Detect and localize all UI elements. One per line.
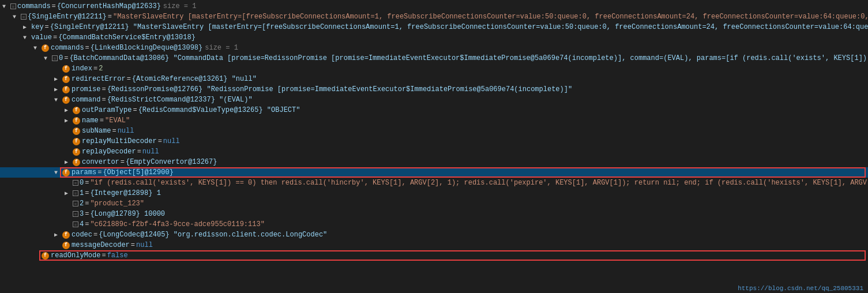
- size-info: size = 1: [163, 2, 197, 10]
- map-entry-icon: =: [73, 221, 78, 227]
- key-name: 0: [80, 179, 84, 187]
- field-icon: f: [73, 148, 80, 156]
- red-highlight-box: [60, 167, 866, 178]
- tree-row[interactable]: foutParamType = {RedisCommand$ValueType@…: [0, 105, 868, 115]
- tree-container: =commands = {ConcurrentHashMap@12633} si…: [0, 0, 868, 262]
- equals-sign: =: [102, 251, 106, 260]
- key-name: subName: [82, 127, 111, 135]
- equals-sign: =: [131, 241, 135, 249]
- value-text: {ConcurrentHashMap@12633}: [57, 2, 161, 10]
- value-text: {CommandBatchService$Entry@13018}: [58, 33, 196, 42]
- tree-row[interactable]: fconvertor = {EmptyConvertor@13267}: [0, 157, 868, 167]
- tree-row[interactable]: =2 = "product_123": [0, 198, 868, 209]
- tree-row[interactable]: fsubName = null: [0, 126, 868, 136]
- toggle-arrow[interactable]: [2, 3, 10, 10]
- toggle-arrow[interactable]: [65, 107, 73, 114]
- key-name: {SingleEntry@12211}: [28, 13, 107, 21]
- toggle-arrow[interactable]: [54, 170, 62, 176]
- tree-row[interactable]: =0 = {BatchCommandData@13086} "CommandDa…: [0, 53, 868, 63]
- field-icon: f: [42, 44, 49, 52]
- equals-sign: =: [108, 13, 112, 21]
- tree-row[interactable]: fname = "EVAL": [0, 115, 868, 126]
- equals-sign: =: [85, 210, 89, 218]
- equals-sign: =: [93, 65, 97, 73]
- tree-row[interactable]: fredirectError = {AtomicReference@13261}…: [0, 74, 868, 84]
- toggle-arrow[interactable]: [54, 86, 62, 93]
- tree-row[interactable]: fparams = {Object[5]@12900}: [0, 167, 868, 178]
- key-name: 4: [80, 220, 84, 228]
- value-text: {Long@12789} 10000: [90, 210, 165, 218]
- value-text: {RedisCommand$ValueType@13265} "OBJECT": [138, 106, 300, 114]
- map-entry-icon: =: [73, 190, 78, 196]
- debug-panel: =commands = {ConcurrentHashMap@12633} si…: [0, 0, 868, 293]
- field-icon: f: [62, 76, 70, 83]
- key-name: replayMultiDecoder: [82, 137, 157, 145]
- toggle-arrow[interactable]: [65, 159, 73, 166]
- toggle-arrow[interactable]: [13, 14, 21, 20]
- tree-row[interactable]: =1 = {Integer@12898} 1: [0, 188, 868, 198]
- value-text: {SingleEntry@12211} "MasterSlaveEntry [m…: [50, 23, 868, 31]
- field-icon: f: [42, 252, 49, 260]
- toggle-arrow[interactable]: [44, 55, 52, 62]
- toggle-arrow[interactable]: [23, 35, 31, 41]
- value-text: null: [163, 137, 180, 145]
- tree-row[interactable]: freplayDecoder = null: [0, 146, 868, 157]
- key-name: redirectError: [72, 75, 126, 83]
- value-text: "if (redis.call('exists', KEYS[1]) == 0)…: [90, 179, 868, 187]
- key-name: index: [72, 65, 92, 73]
- tree-row[interactable]: =commands = {ConcurrentHashMap@12633} si…: [0, 1, 868, 12]
- tree-row[interactable]: fmessageDecoder = null: [0, 240, 868, 250]
- equals-sign: =: [52, 2, 56, 10]
- value-text: {RedisStrictCommand@12337} "(EVAL)": [107, 96, 253, 104]
- equals-sign: =: [64, 54, 68, 62]
- toggle-arrow[interactable]: [65, 117, 73, 124]
- tree-row[interactable]: fpromise = {RedissonPromise@12766} "Redi…: [0, 84, 868, 95]
- value-text: {LongCodec@12405} "org.redisson.client.c…: [99, 231, 327, 239]
- map-entry-icon: =: [73, 211, 78, 217]
- tree-row[interactable]: key = {SingleEntry@12211} "MasterSlaveEn…: [0, 22, 868, 32]
- tree-row[interactable]: fcommand = {RedisStrictCommand@12337} "(…: [0, 95, 868, 105]
- key-name: 3: [80, 210, 84, 218]
- tree-row[interactable]: value = {CommandBatchService$Entry@13018…: [0, 32, 868, 43]
- value-text: {LinkedBlockingDeque@13098}: [91, 44, 202, 52]
- tree-row[interactable]: =0 = "if (redis.call('exists', KEYS[1]) …: [0, 178, 868, 188]
- field-icon: f: [73, 107, 80, 114]
- value-text: {BatchCommandData@13086} "CommandData [p…: [69, 54, 868, 62]
- field-icon: f: [62, 86, 70, 93]
- field-icon: f: [73, 127, 80, 135]
- toggle-arrow[interactable]: [65, 190, 73, 197]
- toggle-arrow[interactable]: [23, 24, 31, 31]
- value-text: {Integer@12898} 1: [90, 189, 160, 197]
- value-text: null: [118, 127, 134, 135]
- tree-row[interactable]: ={SingleEntry@12211} = "MasterSlaveEntry…: [0, 12, 868, 22]
- toggle-arrow[interactable]: [54, 231, 62, 238]
- tree-row[interactable]: findex = 2: [0, 63, 868, 74]
- tree-row[interactable]: =3 = {Long@12789} 10000: [0, 209, 868, 219]
- tree-row[interactable]: fcommands = {LinkedBlockingDeque@13098} …: [0, 43, 868, 53]
- equals-sign: =: [137, 148, 141, 156]
- map-entry-icon: =: [73, 201, 78, 206]
- toggle-arrow[interactable]: [54, 76, 62, 82]
- key-name: outParamType: [82, 106, 131, 114]
- key-name: commands: [17, 2, 51, 10]
- field-icon: f: [62, 242, 70, 249]
- equals-sign: =: [121, 158, 125, 166]
- key-name: 0: [59, 54, 63, 62]
- field-icon: f: [62, 169, 70, 176]
- tree-row[interactable]: freplayMultiDecoder = null: [0, 136, 868, 146]
- toggle-arrow[interactable]: [33, 45, 42, 51]
- toggle-arrow[interactable]: [54, 97, 62, 103]
- tree-row[interactable]: fcodec = {LongCodec@12405} "org.redisson…: [0, 230, 868, 240]
- tree-row[interactable]: =4 = "c621889c-f2bf-4fa3-9cce-adce955c01…: [0, 219, 868, 230]
- equals-sign: =: [112, 127, 116, 135]
- key-name: commands: [51, 44, 84, 52]
- key-name: key: [31, 23, 44, 31]
- equals-sign: =: [85, 44, 89, 52]
- tree-row[interactable]: freadOnlyMode = false: [0, 250, 868, 261]
- value-text: "EVAL": [105, 117, 130, 125]
- key-name: command: [72, 96, 100, 104]
- value-text: "product_123": [90, 200, 144, 208]
- key-name: params: [72, 168, 96, 176]
- key-name: codec: [72, 231, 92, 239]
- equals-sign: =: [85, 200, 89, 208]
